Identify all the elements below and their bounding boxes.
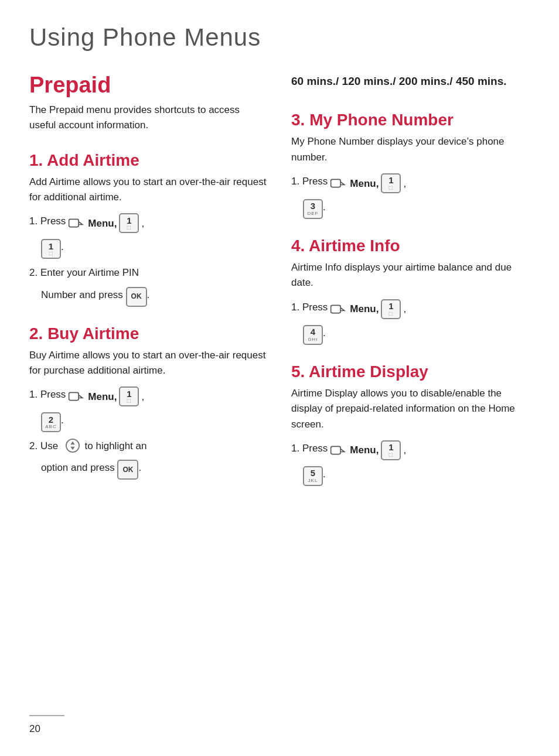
step-content: Menu, 1⬚ , xyxy=(68,213,144,233)
step-num: 1. Press xyxy=(29,213,66,229)
comma-b: , xyxy=(141,389,144,405)
highlight-text: to highlight an xyxy=(82,438,147,454)
svg-rect-7 xyxy=(331,446,340,454)
my-phone-title: 3. My Phone Number xyxy=(291,111,530,129)
buy-airtime-title: 2. Buy Airtime xyxy=(29,324,268,343)
airtime-display-description: Airtime Display allows you to disable/en… xyxy=(291,386,530,432)
svg-marker-3 xyxy=(70,442,74,445)
dot-ai: . xyxy=(323,325,326,341)
add-airtime-step2b: Number and press OK . xyxy=(29,287,268,307)
number-text: Number and press xyxy=(41,287,126,303)
add-airtime-step1b: 1⬚ . xyxy=(29,239,268,259)
buy-airtime-step1b: 2ABC . xyxy=(29,412,268,432)
step-content-ad1: Menu, 1⬚ , xyxy=(330,440,406,460)
airtime-display-step1: 1. Press Menu, 1⬚ , xyxy=(291,440,530,460)
buy-airtime-step2: 2. Use to highlight an xyxy=(29,438,268,454)
airtime-display-section: 5. Airtime Display Airtime Display allow… xyxy=(291,362,530,486)
dot-b: . xyxy=(61,412,64,428)
airtime-info-title: 4. Airtime Info xyxy=(291,237,530,255)
svg-rect-0 xyxy=(69,220,79,227)
page-title: Using Phone Menus xyxy=(29,23,530,52)
menu-icon-ad xyxy=(330,444,346,457)
buy-airtime-description: Buy Airtime allows you to start an over-… xyxy=(29,348,268,379)
my-phone-description: My Phone Number displays your device’s p… xyxy=(291,134,530,165)
add-airtime-description: Add Airtime allows you to start an over-… xyxy=(29,175,268,206)
step-num-b1: 1. Press xyxy=(29,386,66,402)
menu-icon xyxy=(68,217,84,230)
key-ai2: 4GHI xyxy=(303,325,323,345)
airtime-display-step1b: 5JKL . xyxy=(291,466,530,486)
key-p2: 3DEF xyxy=(303,199,323,219)
step-content-ai1: Menu, 1⬚ , xyxy=(330,299,406,319)
dot2: . xyxy=(147,287,150,303)
dot-ad: . xyxy=(323,466,326,482)
airtime-info-step1: 1. Press Menu, 1⬚ , xyxy=(291,299,530,319)
key-p1: 1⬚ xyxy=(381,173,401,193)
menu-label-p: Menu, xyxy=(350,176,379,191)
menu-label-b: Menu, xyxy=(88,389,117,405)
svg-marker-4 xyxy=(70,447,74,450)
menu-label-ai: Menu, xyxy=(350,301,379,317)
menu-icon-b xyxy=(68,390,84,403)
buy-airtime-step1: 1. Press Menu, 1⬚ , xyxy=(29,386,268,406)
add-airtime-section: 1. Add Airtime Add Airtime allows you to… xyxy=(29,151,268,307)
step-num2: 2. Enter your Airtime PIN xyxy=(29,265,142,280)
dot-p: . xyxy=(323,199,326,215)
step-content-p1: Menu, 1⬚ , xyxy=(330,173,406,193)
page-number: 20 xyxy=(29,723,40,735)
airtime-display-title: 5. Airtime Display xyxy=(291,362,530,381)
airtime-info-description: Airtime Info displays your airtime balan… xyxy=(291,260,530,291)
option-text: option and press xyxy=(41,460,117,476)
svg-rect-6 xyxy=(331,305,340,313)
dot-b2: . xyxy=(138,460,141,476)
key-1a: 1⬚ xyxy=(119,213,139,233)
menu-icon-ai xyxy=(330,303,346,316)
menu-icon-p xyxy=(330,177,346,190)
my-phone-step1: 1. Press Menu, 1⬚ , xyxy=(291,173,530,193)
step-num-ad1: 1. Press xyxy=(291,440,328,456)
key-ad2: 5JKL xyxy=(303,466,323,486)
prepaid-section: Prepaid The Prepaid menu provides shortc… xyxy=(29,73,268,134)
svg-rect-1 xyxy=(69,393,79,401)
comma-ad: , xyxy=(403,442,406,458)
step-num-p1: 1. Press xyxy=(291,173,328,189)
svg-point-2 xyxy=(66,439,79,452)
buy-airtime-step2b: option and press OK . xyxy=(29,460,268,480)
my-phone-step1b: 3DEF . xyxy=(291,199,530,219)
menu-label: Menu, xyxy=(88,215,117,231)
buy-airtime-extra: 60 mins./ 120 mins./ 200 mins./ 450 mins… xyxy=(291,73,530,90)
comma-p: , xyxy=(403,176,406,191)
prepaid-label: Prepaid xyxy=(29,73,268,98)
step-num-b2: 2. Use xyxy=(29,438,61,454)
buy-airtime-section: 2. Buy Airtime Buy Airtime allows you to… xyxy=(29,324,268,480)
nav-icon xyxy=(65,438,80,453)
left-column: Prepaid The Prepaid menu provides shortc… xyxy=(29,73,268,504)
add-airtime-step1: 1. Press Menu, 1⬚ , xyxy=(29,213,268,233)
key-b1a: 1⬚ xyxy=(119,386,139,406)
ok-key: OK xyxy=(126,287,147,307)
step-content-b1: Menu, 1⬚ , xyxy=(68,386,144,406)
key-ad1: 1⬚ xyxy=(381,440,401,460)
add-airtime-title: 1. Add Airtime xyxy=(29,151,268,170)
comma-ai: , xyxy=(403,301,406,317)
dot: . xyxy=(61,239,64,255)
my-phone-section: 3. My Phone Number My Phone Number displ… xyxy=(291,111,530,219)
right-column: 60 mins./ 120 mins./ 200 mins./ 450 mins… xyxy=(291,73,530,504)
menu-label-ad: Menu, xyxy=(350,442,379,458)
key-ai1: 1⬚ xyxy=(381,299,401,319)
svg-rect-5 xyxy=(331,180,340,187)
step-num-ai1: 1. Press xyxy=(291,299,328,315)
airtime-info-section: 4. Airtime Info Airtime Info displays yo… xyxy=(291,237,530,345)
comma: , xyxy=(141,215,144,231)
key-1b: 1⬚ xyxy=(41,239,61,259)
airtime-info-step1b: 4GHI . xyxy=(291,325,530,345)
ok-key-b: OK xyxy=(117,460,138,480)
prepaid-description: The Prepaid menu provides shortcuts to a… xyxy=(29,102,268,134)
add-airtime-step2: 2. Enter your Airtime PIN xyxy=(29,265,268,280)
key-b2: 2ABC xyxy=(41,412,61,432)
